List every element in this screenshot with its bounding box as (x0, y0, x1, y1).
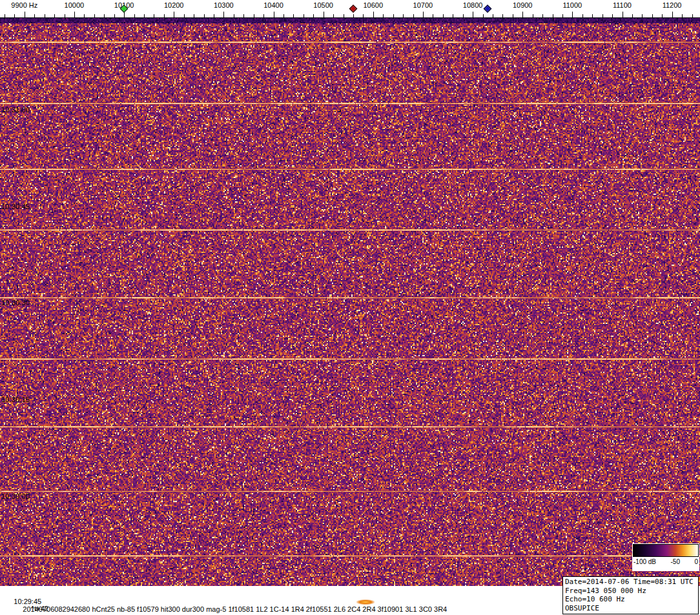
echo-trace-mark (356, 600, 375, 605)
ruler-tick (54, 14, 55, 17)
ruler-tick (214, 14, 214, 17)
waterfall-time-label: 10:30:45 (1, 203, 30, 210)
ruler-tick (223, 12, 224, 17)
ruler-tick (652, 14, 653, 17)
ruler-frequency-label: 10900 (513, 1, 533, 9)
ruler-frequency-label: 10200 (164, 1, 184, 9)
ruler-tick (413, 14, 414, 17)
ruler-tick (84, 14, 85, 17)
ruler-tick (174, 12, 174, 17)
info-station: OBSUPICE (565, 604, 696, 613)
ruler-frequency-label: 11100 (613, 1, 632, 9)
ruler-tick (692, 14, 693, 17)
waterfall-time-label: 10:30:15 (1, 396, 30, 403)
ruler-tick (403, 14, 404, 17)
ruler-frequency-label: 10500 (313, 1, 333, 9)
ruler-tick (104, 14, 105, 17)
observation-info-box: Date=2014-07-06 Time=08:31 UTCFreq=143 0… (562, 576, 699, 614)
ruler-tick (164, 14, 165, 17)
color-scale-gradient (633, 544, 699, 557)
info-echo: Echo=10 600 Hz (565, 595, 696, 604)
ruler-tick (283, 14, 284, 17)
ruler-tick (94, 14, 95, 17)
ruler-tick (423, 12, 424, 17)
ruler-tick (662, 14, 663, 17)
ruler-tick (45, 14, 45, 17)
ruler-tick (5, 14, 5, 17)
ruler-tick (344, 14, 344, 17)
status-line-1: 10:29:45 20140706082942680 hCnt25 nb-85 … (2, 590, 447, 615)
ruler-tick (184, 14, 185, 17)
ruler-tick (483, 14, 484, 17)
ruler-frequency-label: 10700 (413, 1, 433, 9)
ruler-tick (304, 14, 304, 17)
ruler-tick (433, 14, 433, 17)
scale-label-mid: -50 (671, 558, 680, 565)
ruler-tick (353, 14, 354, 17)
ruler-tick (522, 12, 523, 17)
ruler-tick (134, 14, 135, 17)
color-scale: -100 dB -50 0 (632, 543, 699, 571)
status-log-text: 20140706082942680 hCnt25 nb-85 f10579 hi… (23, 605, 447, 613)
meteor-echo-app-window: 9900 Hz100001010010200103001040010500106… (0, 0, 700, 615)
ruler-tick (373, 12, 374, 17)
ruler-tick (274, 12, 274, 17)
status-line-2: ^t+42 (31, 605, 48, 612)
ruler-tick (502, 14, 503, 17)
ruler-tick (324, 12, 324, 17)
ruler-tick (682, 14, 683, 17)
ruler-frequency-label: 10000 (65, 1, 85, 9)
ruler-tick (254, 14, 254, 17)
ruler-tick (582, 14, 583, 17)
ruler-frequency-label: 10400 (263, 1, 283, 9)
ruler-tick (234, 14, 234, 17)
ruler-tick (154, 14, 154, 17)
spectrogram-canvas[interactable] (0, 18, 700, 586)
ruler-tick (542, 14, 543, 17)
ruler-tick (553, 14, 553, 17)
ruler-tick (562, 14, 563, 17)
ruler-tick (65, 14, 65, 17)
waterfall-time-label: 10:31:00 (1, 106, 30, 114)
ruler-frequency-label: 10800 (463, 1, 483, 9)
ruler-tick (513, 14, 513, 17)
info-date-time: Date=2014-07-06 Time=08:31 UTC (565, 578, 696, 587)
ruler-tick (25, 12, 25, 17)
ruler-tick (493, 14, 493, 17)
frequency-ruler: 9900 Hz100001010010200103001040010500106… (0, 0, 700, 18)
ruler-tick (313, 14, 314, 17)
ruler-frequency-label: 10600 (364, 1, 384, 9)
ruler-tick (393, 14, 394, 17)
ruler-tick (144, 14, 145, 17)
info-frequency: Freq=143 050 000 Hz (565, 587, 696, 596)
ruler-tick (363, 14, 364, 17)
waterfall-time-label: 10:30:30 (1, 299, 30, 307)
ruler-frequency-label: 11200 (663, 1, 682, 9)
ruler-tick (383, 14, 384, 17)
freq-marker-blue-icon[interactable] (484, 5, 492, 13)
ruler-tick (333, 14, 334, 17)
ruler-tick (632, 14, 633, 17)
ruler-tick (572, 12, 573, 17)
ruler-tick (114, 14, 115, 17)
ruler-tick (612, 14, 613, 17)
ruler-tick (243, 14, 244, 17)
ruler-frequency-label: 11000 (562, 1, 582, 9)
freq-marker-red-icon[interactable] (349, 5, 358, 13)
ruler-tick (533, 14, 533, 17)
ruler-frequency-label: 10300 (214, 1, 234, 9)
ruler-tick (14, 14, 15, 17)
scale-label-max: 0 (694, 558, 698, 565)
ruler-tick (204, 14, 205, 17)
scale-label-min: -100 dB (633, 558, 656, 565)
ruler-tick (293, 14, 294, 17)
ruler-tick (463, 14, 464, 17)
ruler-tick (602, 14, 603, 17)
ruler-tick (34, 14, 35, 17)
ruler-tick (263, 14, 264, 17)
ruler-tick (672, 12, 673, 17)
ruler-tick (473, 12, 473, 17)
waterfall-time-label: 10:30:00 (1, 492, 30, 500)
ruler-tick (194, 14, 194, 17)
ruler-tick (443, 14, 444, 17)
